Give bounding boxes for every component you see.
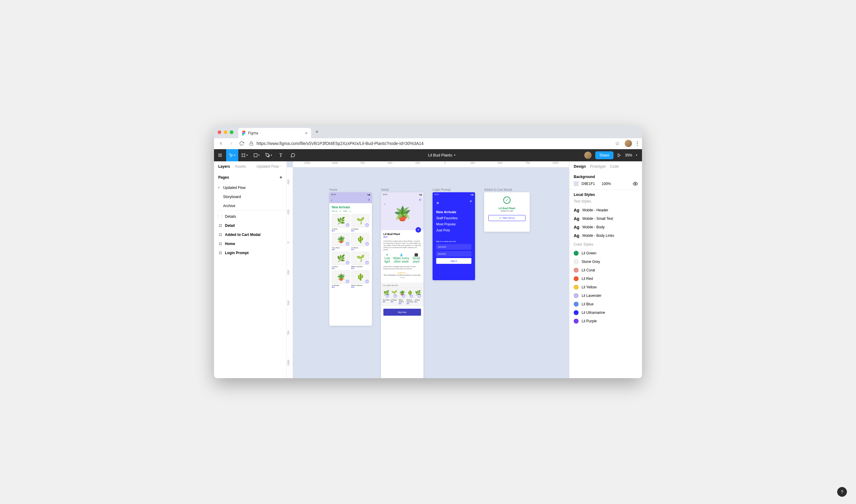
browser-window: Figma × + https://www.figma.com/file/x5V… xyxy=(214,126,642,378)
frame-home[interactable]: 11:11▾▴▮ ⌕☰ New Arrivals Sort by ▾ Filte… xyxy=(329,192,372,326)
buy-button: Buy Now xyxy=(383,309,421,316)
bg-hex[interactable]: D9E1F1 xyxy=(582,182,595,186)
visibility-eye-icon[interactable] xyxy=(633,181,638,186)
help-button[interactable]: ? xyxy=(837,487,847,497)
color-style-item[interactable]: Lil Lavender xyxy=(574,291,638,300)
prototype-tab[interactable]: Prototype xyxy=(590,164,605,168)
product-card: 🌿+Lil Stud$22 xyxy=(415,287,422,304)
color-style-item[interactable]: Lil Yellow xyxy=(574,283,638,291)
section-title: New Arrivals xyxy=(332,205,370,209)
bg-opacity[interactable]: 100% xyxy=(602,182,611,186)
present-button[interactable] xyxy=(617,153,621,157)
design-tab[interactable]: Design xyxy=(574,164,586,168)
page-selector[interactable]: Updated Flow ⌃ xyxy=(257,164,282,168)
frame-detail[interactable]: 11:11▾▴▮ ← ☰ 🪴 + Lil Bud Plant $25 Lil B… xyxy=(381,192,424,378)
page-item[interactable]: Storyboard xyxy=(214,192,287,201)
new-tab-button[interactable]: + xyxy=(315,129,319,135)
bg-swatch[interactable] xyxy=(574,181,579,186)
share-button[interactable]: Share xyxy=(595,151,614,159)
page-item[interactable]: Updated Flow xyxy=(214,183,287,192)
color-swatch-icon xyxy=(574,310,579,315)
color-style-item[interactable]: Lil Red xyxy=(574,274,638,283)
product-card: 🌿+Lil Bud$25 xyxy=(332,214,350,232)
menu-icon: ☰ xyxy=(368,199,370,201)
plant-image: 🪴 xyxy=(337,273,345,281)
svg-rect-9 xyxy=(254,154,257,157)
color-style-item[interactable]: Lil Purple xyxy=(574,317,638,325)
shape-tool[interactable]: ▾ xyxy=(251,149,262,161)
layer-item[interactable]: ⋮⋮Details xyxy=(214,212,287,221)
color-style-item[interactable]: Lil Blue xyxy=(574,300,638,308)
svg-point-0 xyxy=(244,132,245,134)
layer-item[interactable]: Detail xyxy=(214,221,287,230)
light-icon: ☀ xyxy=(383,253,391,256)
main-menu-button[interactable] xyxy=(214,149,226,161)
forward-button[interactable] xyxy=(228,141,234,146)
bookmark-star-icon[interactable]: ☆ xyxy=(615,140,620,147)
add-icon: + xyxy=(394,294,397,298)
comment-tool[interactable] xyxy=(287,149,299,161)
zoom-level[interactable]: 35% xyxy=(625,153,632,157)
ruler-horizontal: -1250-1000-750-500-25002505007501000 xyxy=(293,161,569,167)
text-style-item[interactable]: AgMobile - Header xyxy=(574,206,638,214)
color-style-item[interactable]: Stone Grey xyxy=(574,257,638,266)
text-style-item[interactable]: AgMobile - Small Text xyxy=(574,214,638,223)
frame-label[interactable]: Detail xyxy=(381,188,389,191)
frame-modal[interactable]: ✓ Lil Bud Plant added to cart 🛒 View Car… xyxy=(484,192,530,232)
move-tool[interactable]: ▾ xyxy=(226,149,238,161)
close-tab-button[interactable]: × xyxy=(305,131,308,136)
left-panel: Layers Assets Updated Flow ⌃ Pages + Upd… xyxy=(214,161,287,378)
layer-item[interactable]: Added to Cart Modal xyxy=(214,230,287,239)
add-page-button[interactable]: + xyxy=(279,175,282,180)
layer-item[interactable]: Home xyxy=(214,239,287,248)
text-style-item[interactable]: AgMobile - Body Links xyxy=(574,231,638,240)
text-tool[interactable]: T xyxy=(275,149,287,161)
product-card: 🪴+Lil Buddy$25 xyxy=(332,270,350,288)
svg-point-27 xyxy=(635,183,636,184)
frame-label[interactable]: Home xyxy=(329,188,338,191)
url-text: https://www.figma.com/file/x5VB1P3fOt4E5… xyxy=(257,141,424,146)
text-style-icon: Ag xyxy=(574,233,580,238)
url-bar[interactable]: https://www.figma.com/file/x5VB1P3fOt4E5… xyxy=(249,140,620,147)
canvas[interactable]: -1250-1000-750-500-25002505007501000 -50… xyxy=(287,161,569,378)
add-icon: + xyxy=(346,223,349,227)
user-avatar[interactable] xyxy=(584,151,592,159)
frame-tool[interactable]: ▾ xyxy=(238,149,251,161)
status-icons: ▾▴▮ xyxy=(367,194,370,196)
reload-button[interactable] xyxy=(239,141,244,146)
star-rating-icon: ★★★★☆ xyxy=(383,272,421,274)
text-style-icon: Ag xyxy=(574,225,580,230)
color-style-item[interactable]: Lil Ultramarine xyxy=(574,308,638,317)
frame-login[interactable]: 11:11▾▴▮ ✕ ✳ New ArrivalsStaff Favorites… xyxy=(432,192,475,280)
add-icon: + xyxy=(346,261,349,264)
layer-item[interactable]: Login Prompt xyxy=(214,248,287,257)
minimize-window-button[interactable] xyxy=(224,130,227,134)
lock-icon xyxy=(249,141,254,146)
text-style-item[interactable]: AgMobile - Body xyxy=(574,223,638,231)
assets-tab[interactable]: Assets xyxy=(235,164,246,168)
color-style-item[interactable]: Lil Green xyxy=(574,249,638,257)
plant-image: 🌿 xyxy=(337,217,345,225)
close-window-button[interactable] xyxy=(218,130,221,134)
product-card: 🌵+Lil Reina$25 xyxy=(351,233,370,251)
pen-tool[interactable]: ▾ xyxy=(262,149,275,161)
document-title[interactable]: Lil Bud Plants▾ xyxy=(428,153,455,157)
chrome-menu-button[interactable] xyxy=(637,141,638,146)
page-item[interactable]: Archive xyxy=(214,201,287,211)
frame-icon xyxy=(218,242,223,246)
add-icon: + xyxy=(365,280,369,283)
layers-tab[interactable]: Layers xyxy=(218,164,230,168)
browser-tab[interactable]: Figma × xyxy=(238,128,311,138)
frame-label[interactable]: Added to Cart Modal xyxy=(484,188,512,191)
product-card: 🌵+Missus Bloom$25 xyxy=(351,270,370,288)
chrome-profile-avatar[interactable] xyxy=(625,140,632,147)
back-button[interactable] xyxy=(218,141,224,146)
color-swatch-icon xyxy=(574,319,579,324)
frame-label[interactable]: Login Prompt xyxy=(432,188,450,191)
maximize-window-button[interactable] xyxy=(230,130,234,134)
plant-image: 🪴 xyxy=(394,205,411,222)
code-tab[interactable]: Code xyxy=(610,164,619,168)
color-style-item[interactable]: Lil Coral xyxy=(574,266,638,274)
color-swatch-icon xyxy=(574,251,579,256)
product-card: 🌱+Mister Jenkins$20 xyxy=(351,252,370,269)
